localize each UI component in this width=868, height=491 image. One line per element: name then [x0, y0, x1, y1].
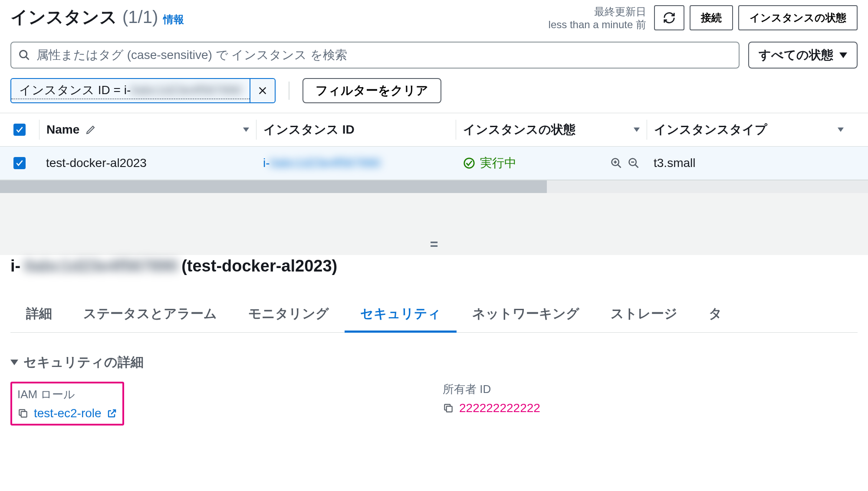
detail-title: i-0abc1d23e4f567890 (test-docker-al2023) — [10, 255, 858, 275]
check-icon — [15, 159, 24, 167]
state-filter-dropdown[interactable]: すべての状態 — [748, 42, 858, 69]
svg-point-4 — [464, 158, 474, 168]
svg-line-6 — [618, 165, 621, 168]
iam-role-label: IAM ロール — [17, 387, 117, 402]
zoom-out-icon[interactable] — [628, 157, 640, 169]
tab-details[interactable]: 詳細 — [10, 297, 68, 332]
scrollbar-thumb[interactable] — [0, 180, 547, 193]
refresh-button[interactable] — [654, 5, 684, 30]
chip-text: インスタンス ID = i-0abc1d23e4f567890 — [11, 82, 250, 99]
search-icon — [18, 49, 30, 61]
iam-role-value-row: test-ec2-role — [17, 406, 117, 420]
svg-rect-13 — [447, 406, 452, 412]
page-title: インスタンス — [10, 5, 117, 29]
detail-tabs: 詳細 ステータスとアラーム モニタリング セキュリティ ネットワーキング ストレ… — [10, 297, 858, 333]
owner-id-field: 所有者 ID 222222222222 — [443, 382, 858, 426]
divider — [289, 82, 289, 100]
instance-state-button[interactable]: インスタンスの状態 — [738, 5, 858, 30]
filter-chip-instance-id[interactable]: インスタンス ID = i-0abc1d23e4f567890 — [10, 78, 276, 103]
tab-monitoring[interactable]: モニタリング — [233, 297, 345, 332]
cell-instance-id: i-0abc1d23e4f567890 — [256, 156, 456, 170]
tab-networking[interactable]: ネットワーキング — [457, 297, 595, 332]
zoom-controls — [610, 157, 640, 169]
owner-id-value: 222222222222 — [459, 401, 540, 415]
copy-icon[interactable] — [17, 408, 29, 419]
security-details-toggle[interactable]: セキュリティの詳細 — [10, 333, 858, 382]
last-updated: 最終更新日 less than a minute 前 — [549, 5, 646, 31]
instances-table: Name インスタンス ID インスタンスの状態 インスタンスタイプ test-… — [0, 113, 868, 193]
state-filter-label: すべての状態 — [759, 47, 833, 63]
tab-storage[interactable]: ストレージ — [595, 297, 693, 332]
horizontal-scrollbar[interactable] — [0, 180, 868, 193]
external-link-icon — [107, 408, 117, 419]
row-select-cell — [0, 157, 39, 169]
header-actions: 最終更新日 less than a minute 前 接続 インスタンスの状態 — [549, 5, 858, 31]
filter-icon — [634, 128, 640, 132]
copy-icon[interactable] — [443, 403, 454, 414]
svg-line-1 — [26, 57, 29, 60]
success-icon — [463, 157, 476, 170]
refresh-icon — [663, 11, 676, 24]
filter-icon — [243, 128, 249, 132]
security-details-grid: IAM ロール test-ec2-role 所有者 ID 22222222222… — [10, 382, 858, 426]
last-updated-value: less than a minute 前 — [549, 18, 646, 31]
cell-type: t3.small — [647, 156, 851, 170]
tab-tags[interactable]: タ — [693, 297, 738, 332]
select-all-checkbox[interactable] — [13, 124, 26, 136]
cell-name: test-docker-al2023 — [39, 156, 256, 170]
column-state[interactable]: インスタンスの状態 — [456, 120, 647, 140]
title-block: インスタンス (1/1) 情報 — [10, 5, 184, 29]
tab-security[interactable]: セキュリティ — [345, 297, 457, 333]
instance-id-link[interactable]: i-0abc1d23e4f567890 — [263, 156, 381, 170]
owner-id-label: 所有者 ID — [443, 382, 858, 397]
svg-rect-12 — [21, 412, 27, 417]
svg-point-0 — [20, 51, 27, 58]
pane-resize-handle[interactable]: = — [0, 193, 868, 255]
iam-role-field: IAM ロール test-ec2-role — [10, 382, 425, 426]
column-instance-id[interactable]: インスタンス ID — [256, 120, 456, 140]
last-updated-label: 最終更新日 — [549, 5, 646, 18]
column-type[interactable]: インスタンスタイプ — [647, 120, 851, 140]
zoom-in-icon[interactable] — [610, 157, 622, 169]
edit-icon — [85, 124, 96, 135]
connect-button[interactable]: 接続 — [690, 5, 733, 30]
chevron-down-icon — [839, 52, 847, 58]
tab-status[interactable]: ステータスとアラーム — [68, 297, 233, 332]
select-all-cell — [0, 120, 39, 140]
close-icon — [258, 86, 267, 95]
search-box[interactable] — [10, 42, 740, 69]
page-header: インスタンス (1/1) 情報 最終更新日 less than a minute… — [0, 0, 868, 31]
column-name[interactable]: Name — [39, 120, 256, 140]
caret-down-icon — [10, 360, 18, 365]
table-header: Name インスタンス ID インスタンスの状態 インスタンスタイプ — [0, 113, 868, 146]
search-input[interactable] — [36, 48, 732, 62]
status-badge: 実行中 — [463, 155, 516, 171]
info-link[interactable]: 情報 — [163, 13, 184, 26]
svg-line-10 — [635, 165, 638, 168]
filter-icon — [838, 128, 844, 132]
detail-pane: i-0abc1d23e4f567890 (test-docker-al2023)… — [0, 255, 868, 426]
cell-state: 実行中 — [456, 155, 647, 171]
clear-filters-button[interactable]: フィルターをクリア — [302, 78, 441, 103]
row-checkbox[interactable] — [13, 157, 26, 169]
instance-count: (1/1) — [122, 7, 158, 27]
remove-filter-button[interactable] — [250, 79, 275, 102]
owner-id-value-row: 222222222222 — [443, 401, 858, 415]
iam-role-link[interactable]: test-ec2-role — [34, 406, 102, 420]
check-icon — [15, 125, 24, 134]
search-row: すべての状態 — [0, 31, 868, 69]
filter-chips-row: インスタンス ID = i-0abc1d23e4f567890 フィルターをクリ… — [0, 69, 868, 113]
iam-role-highlight: IAM ロール test-ec2-role — [10, 382, 124, 426]
table-row[interactable]: test-docker-al2023 i-0abc1d23e4f567890 実… — [0, 146, 868, 180]
